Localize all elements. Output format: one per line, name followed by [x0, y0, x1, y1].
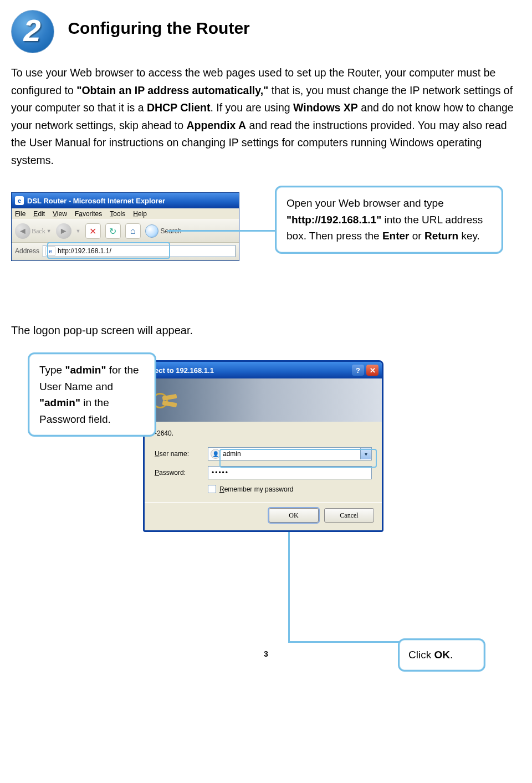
browser-title: DSL Router - Microsoft Internet Explorer [27, 197, 165, 205]
text: . [450, 649, 453, 661]
home-button[interactable]: ⌂ [125, 223, 141, 239]
remember-label: Remember my password [219, 485, 293, 493]
user-icon: 👤 [211, 449, 221, 459]
step-heading: 2 Configuring the Router [11, 10, 521, 53]
text: Open your Web browser and type [287, 197, 444, 209]
dialog-footer: OK Cancel [145, 502, 382, 530]
back-button[interactable]: ◄ Back ▼ [15, 223, 52, 239]
dialog-titlebar: nect to 192.168.1.1 ? ✕ [145, 362, 382, 378]
browser-window: e DSL Router - Microsoft Internet Explor… [11, 192, 239, 261]
callout-credentials: Type "admin" for the User Name and "admi… [28, 352, 156, 437]
password-input[interactable]: ••••• [208, 466, 372, 479]
text: key. [458, 230, 480, 242]
ie-icon: e [15, 196, 24, 205]
text: Type [39, 364, 65, 376]
address-label: Address [15, 247, 39, 255]
menu-help[interactable]: Help [133, 210, 147, 218]
refresh-button[interactable]: ↻ [105, 223, 121, 239]
dialog-title: nect to 192.168.1.1 [150, 366, 214, 375]
text-bold: "http://192.168.1.1" [287, 214, 381, 226]
leader-line [288, 641, 399, 643]
username-value: admin [223, 450, 241, 458]
leader-line [288, 532, 290, 643]
address-bar: Address e http://192.168.1.1/ [12, 243, 239, 260]
text-bold: Appendix A [187, 119, 247, 131]
checkbox-icon [208, 485, 216, 493]
text: . If you are using [210, 101, 293, 114]
menu-favorites[interactable]: Favorites [75, 210, 102, 218]
ok-button[interactable]: OK [269, 508, 319, 523]
text-bold: "admin" [65, 364, 106, 376]
username-input[interactable]: 👤 admin ▾ [208, 447, 372, 460]
device-model: -2640. [155, 429, 372, 437]
callout-ok: Click OK. [398, 638, 485, 671]
step-badge: 2 [11, 10, 55, 53]
step-number: 2 [11, 12, 53, 48]
text: Click [408, 649, 434, 661]
text-bold: "admin" [39, 397, 80, 408]
text-bold: "Obtain an IP address automatically," [76, 84, 268, 96]
search-icon [145, 224, 158, 238]
password-label: Password: [155, 469, 208, 477]
chevron-down-icon[interactable]: ▾ [360, 448, 371, 459]
help-button[interactable]: ? [352, 365, 364, 376]
text-bold: OK [434, 649, 450, 661]
back-icon: ◄ [15, 223, 30, 239]
leader-line [167, 230, 276, 232]
address-input[interactable]: e http://192.168.1.1/ [43, 245, 236, 257]
dialog-banner [145, 378, 382, 422]
text-bold: Enter [382, 230, 410, 242]
menu-edit[interactable]: Edit [33, 210, 45, 218]
menu-file[interactable]: File [15, 210, 25, 218]
back-label: Back [32, 227, 45, 236]
logon-text: The logon pop-up screen will appear. [11, 324, 521, 337]
forward-button[interactable]: ► [56, 223, 71, 239]
chevron-down-icon: ▼ [47, 228, 52, 234]
text: or [409, 230, 424, 242]
stop-button[interactable]: ✕ [85, 223, 101, 239]
menu-view[interactable]: View [53, 210, 67, 218]
chevron-down-icon: ▼ [76, 228, 81, 234]
text-bold: Windows XP [293, 101, 358, 114]
login-dialog: nect to 192.168.1.1 ? ✕ -2640. User name… [143, 360, 383, 532]
browser-titlebar: e DSL Router - Microsoft Internet Explor… [12, 193, 239, 208]
page-title: Configuring the Router [68, 19, 249, 38]
username-label: User name: [155, 450, 208, 458]
browser-menubar: File Edit View Favorites Tools Help [12, 208, 239, 219]
remember-checkbox[interactable]: Remember my password [208, 485, 372, 493]
keys-icon [152, 387, 181, 413]
text-bold: DHCP Client [147, 101, 211, 114]
text-bold: Return [424, 230, 458, 242]
menu-tools[interactable]: Tools [110, 210, 125, 218]
page-icon: e [45, 246, 55, 256]
intro-paragraph: To use your Web browser to access the we… [11, 64, 521, 169]
cancel-button[interactable]: Cancel [324, 508, 374, 523]
close-button[interactable]: ✕ [366, 365, 378, 376]
callout-url: Open your Web browser and type "http://1… [275, 186, 503, 253]
address-value: http://192.168.1.1/ [58, 247, 111, 255]
password-value: ••••• [212, 469, 229, 477]
